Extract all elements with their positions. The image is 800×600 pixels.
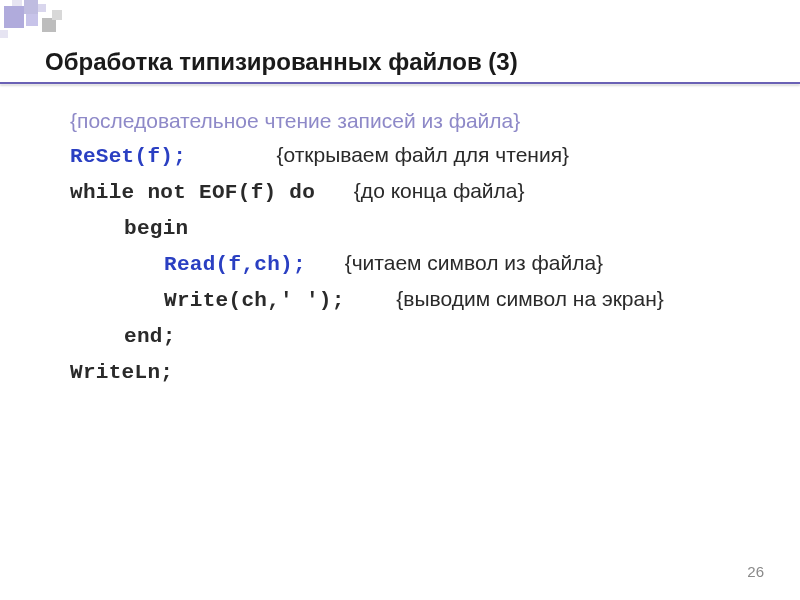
line-3: while not EOF(f) do {до конца файла} (70, 174, 664, 210)
line-4: begin (70, 210, 664, 246)
comment-text: {открываем файл для чтения} (276, 143, 569, 166)
line-5: Read(f,ch); {читаем символ из файла} (70, 246, 664, 282)
comment-text: {выводим символ на экран} (396, 287, 664, 310)
slide-title: Обработка типизированных файлов (3) (45, 48, 518, 76)
comment-text: {читаем символ из файла} (345, 251, 603, 274)
line-2: ReSet(f); {открываем файл для чтения} (70, 138, 664, 174)
code-while: while not EOF(f) do (70, 181, 315, 204)
code-read: Read(f,ch); (164, 253, 306, 276)
comment-text: {последовательное чтение записей из файл… (70, 109, 520, 132)
code-end: end; (124, 325, 176, 348)
comment-text: {до конца файла} (354, 179, 525, 202)
title-underline (0, 82, 800, 84)
code-write: Write(ch,' '); (164, 289, 345, 312)
page-number: 26 (747, 563, 764, 580)
line-1: {последовательное чтение записей из файл… (70, 104, 664, 138)
line-6: Write(ch,' '); {выводим символ на экран} (70, 282, 664, 318)
line-8: WriteLn; (70, 354, 664, 390)
code-reset: ReSet(f); (70, 145, 186, 168)
code-begin: begin (124, 217, 189, 240)
code-writeln: WriteLn; (70, 361, 173, 384)
slide-body: {последовательное чтение записей из файл… (70, 104, 664, 390)
line-7: end; (70, 318, 664, 354)
